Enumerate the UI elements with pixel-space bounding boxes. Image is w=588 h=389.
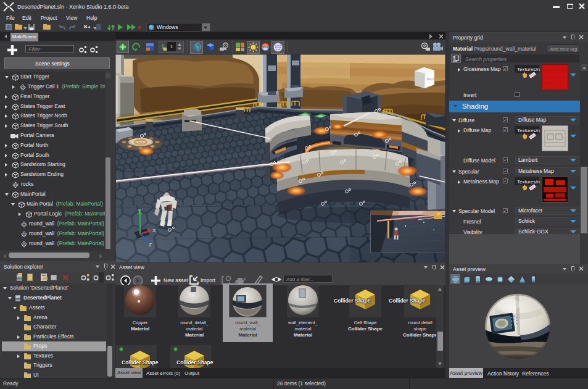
svg-text:BACK: BACK xyxy=(427,78,434,81)
svg-text:X: X xyxy=(152,228,156,233)
svg-text:Z: Z xyxy=(149,242,152,248)
svg-text:Y: Y xyxy=(138,208,141,214)
